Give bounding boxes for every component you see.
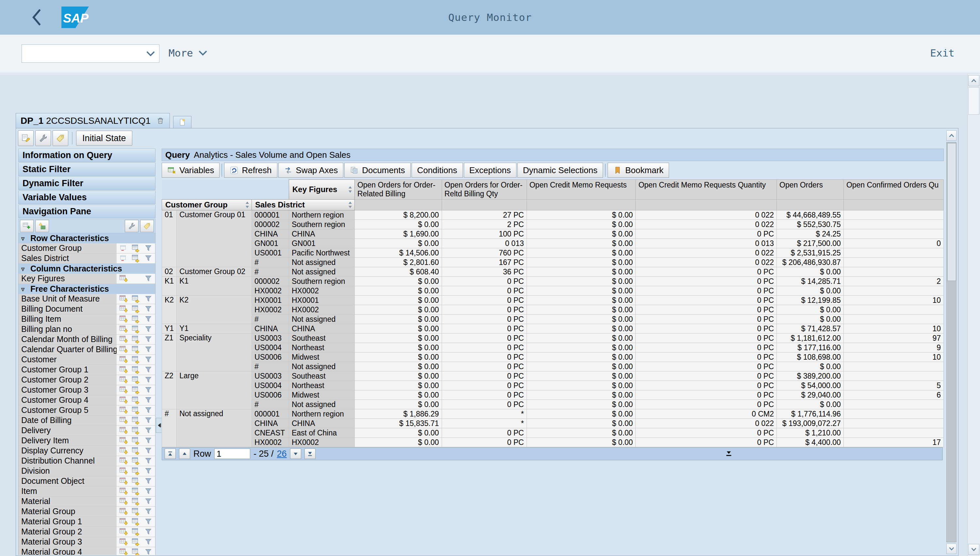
table-down-icon[interactable] (119, 305, 128, 313)
filter-icon[interactable] (144, 254, 153, 263)
tag-button-2[interactable] (140, 220, 154, 232)
table-down-icon[interactable] (119, 376, 128, 384)
nav-section-static-filter[interactable]: Static Filter (18, 163, 155, 176)
table-down-icon[interactable] (119, 335, 128, 344)
previous-page-button[interactable] (179, 449, 190, 459)
table-right-icon[interactable] (132, 467, 140, 475)
page-scroll-up-button[interactable] (968, 75, 979, 86)
scroll-to-bottom-marker[interactable] (725, 451, 732, 456)
command-combobox[interactable] (21, 44, 160, 63)
table-down-icon[interactable] (119, 416, 128, 425)
table-down-icon[interactable] (119, 528, 128, 536)
technical-settings-button[interactable] (35, 130, 51, 146)
nav-group-header-column-characteristics[interactable]: Column Characteristics (19, 263, 155, 274)
table-down-icon[interactable] (119, 345, 128, 354)
nav-section-navigation-pane[interactable]: Navigation Pane (18, 205, 155, 218)
filter-icon[interactable] (144, 335, 153, 344)
action-dynamic-selections[interactable]: Dynamic Selections (517, 163, 603, 178)
table-down-icon[interactable] (119, 457, 128, 465)
settings-button[interactable] (125, 220, 139, 232)
grid-scroll-track[interactable] (946, 142, 956, 542)
table-down-icon[interactable] (119, 538, 128, 546)
table-right-icon[interactable] (132, 315, 140, 323)
table-down-icon[interactable] (119, 356, 128, 364)
trash-icon[interactable] (156, 116, 165, 125)
filter-icon[interactable] (144, 446, 153, 455)
filter-icon[interactable] (144, 467, 153, 475)
column-header-open-orders[interactable]: Open Orders (777, 180, 844, 200)
tab-dp1[interactable]: DP_1 2CCSDSLSANALYTICQ1 (16, 113, 170, 128)
table-down-icon[interactable] (119, 275, 128, 283)
filter-icon[interactable] (144, 305, 153, 313)
next-page-button[interactable] (290, 449, 301, 459)
alv-grid-button[interactable] (35, 220, 49, 232)
filter-icon[interactable] (144, 406, 153, 415)
table-right-icon[interactable] (132, 446, 140, 455)
filter-icon[interactable] (144, 416, 153, 425)
table-right-icon[interactable] (132, 538, 140, 546)
table-down-icon[interactable] (119, 426, 128, 435)
column-header-open-credit-memo-requests[interactable]: Open Credit Memo Requests (526, 180, 636, 200)
row-input[interactable] (214, 449, 250, 459)
table-down-icon[interactable] (119, 365, 128, 374)
filter-icon[interactable] (144, 356, 153, 364)
action-bookmark[interactable]: Bookmark (608, 163, 669, 178)
filter-icon[interactable] (144, 497, 153, 506)
filter-icon[interactable] (144, 477, 153, 485)
table-right-icon[interactable] (132, 548, 140, 555)
table-down-icon[interactable] (119, 295, 128, 303)
column-header-key-figures[interactable]: Key Figures (289, 180, 354, 200)
table-down-icon[interactable] (119, 497, 128, 506)
filter-icon[interactable] (144, 487, 153, 496)
table-down-icon[interactable] (119, 406, 128, 415)
exit-button[interactable]: Exit (930, 47, 954, 59)
table-right-icon[interactable] (132, 517, 140, 526)
column-header-open-confirmed-orders-qu[interactable]: Open Confirmed Orders Qu (843, 180, 943, 200)
tag-button[interactable] (53, 130, 68, 146)
table-right-icon[interactable] (132, 376, 140, 384)
table-down-icon[interactable] (119, 315, 128, 323)
grid-scroll-up-button[interactable] (946, 130, 956, 141)
table-right-icon[interactable] (132, 325, 140, 333)
table-right-icon[interactable] (132, 254, 140, 263)
filter-icon[interactable] (144, 528, 153, 536)
table-right-icon[interactable] (132, 497, 140, 506)
table-down-icon[interactable] (119, 487, 128, 496)
edit-settings-button[interactable] (18, 130, 34, 146)
filter-icon[interactable] (144, 396, 153, 404)
swap-display-icon[interactable] (119, 254, 128, 263)
command-input[interactable] (22, 45, 159, 62)
table-down-icon[interactable] (119, 386, 128, 394)
nav-section-variable-values[interactable]: Variable Values (18, 191, 155, 204)
table-down-icon[interactable] (119, 396, 128, 404)
table-right-icon[interactable] (132, 477, 140, 485)
table-down-icon[interactable] (119, 325, 128, 333)
back-icon[interactable] (31, 9, 41, 26)
table-right-icon[interactable] (132, 406, 140, 415)
filter-icon[interactable] (144, 275, 153, 283)
filter-icon[interactable] (144, 325, 153, 333)
action-documents[interactable]: Documents (344, 163, 411, 178)
add-table-button[interactable] (20, 220, 34, 232)
total-rows-link[interactable]: 26 (277, 449, 287, 459)
grid-scroll-thumb[interactable] (947, 143, 956, 281)
table-down-icon[interactable] (119, 548, 128, 555)
table-right-icon[interactable] (132, 335, 140, 344)
table-right-icon[interactable] (132, 457, 140, 465)
last-page-button[interactable] (304, 449, 316, 459)
column-header-open-orders-for-order-reltd-billing-qty[interactable]: Open Orders for Order-Reltd Billing Qty (442, 180, 526, 200)
table-down-icon[interactable] (119, 517, 128, 526)
filter-icon[interactable] (144, 295, 153, 303)
table-right-icon[interactable] (132, 487, 140, 496)
axis-header-customer-group[interactable]: Customer Group (162, 200, 252, 210)
action-conditions[interactable]: Conditions (412, 163, 463, 178)
axis-header-sales-district[interactable]: Sales District (252, 200, 355, 210)
action-refresh[interactable]: Refresh (224, 163, 277, 178)
table-right-icon[interactable] (132, 416, 140, 425)
filter-icon[interactable] (144, 508, 153, 516)
grid-scroll-down-button[interactable] (946, 543, 956, 554)
table-down-icon[interactable] (119, 477, 128, 485)
collapse-nav-handle[interactable] (156, 418, 162, 433)
table-right-icon[interactable] (132, 508, 140, 516)
table-right-icon[interactable] (132, 345, 140, 354)
